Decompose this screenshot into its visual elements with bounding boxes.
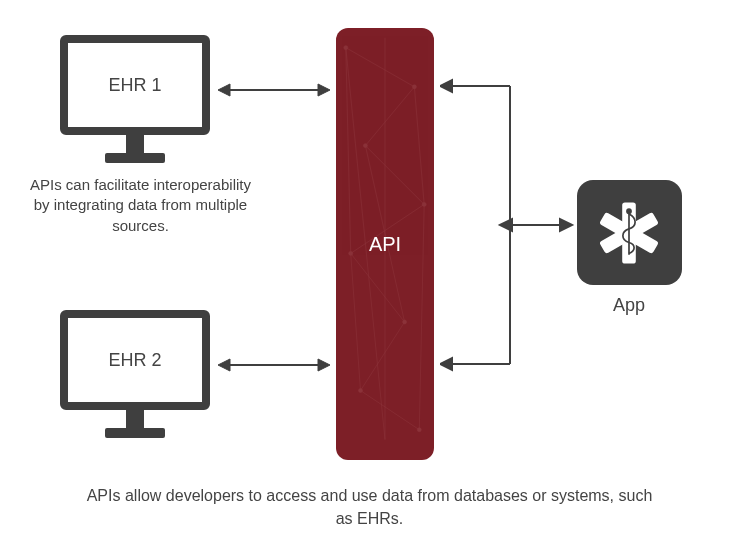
- svg-line-1: [365, 87, 414, 146]
- svg-line-0: [346, 48, 415, 87]
- svg-marker-32: [318, 359, 330, 371]
- monitor-stand-icon: [126, 410, 144, 428]
- svg-line-6: [360, 391, 419, 430]
- arrow-ehr2-api: [218, 355, 330, 375]
- svg-marker-39: [560, 219, 572, 231]
- diagram-canvas: EHR 1 EHR 2 APIs can facilitate interope…: [0, 0, 739, 552]
- svg-line-8: [346, 48, 351, 254]
- api-label: API: [369, 233, 401, 256]
- svg-point-14: [344, 46, 348, 50]
- app-label: App: [569, 295, 689, 316]
- svg-point-15: [412, 85, 416, 89]
- svg-point-20: [359, 389, 363, 393]
- app-tile: [577, 180, 682, 285]
- svg-line-4: [351, 253, 405, 322]
- monitor-stand-icon: [126, 135, 144, 153]
- svg-line-2: [365, 146, 424, 205]
- monitor-icon: EHR 2: [60, 310, 210, 410]
- arrow-api-app: [440, 70, 580, 380]
- svg-marker-34: [440, 80, 452, 92]
- ehr1-monitor: EHR 1: [60, 35, 210, 163]
- arrow-ehr1-api: [218, 80, 330, 100]
- interoperability-caption: APIs can facilitate interoperability by …: [28, 175, 253, 236]
- bottom-caption: APIs allow developers to access and use …: [0, 485, 739, 530]
- svg-point-21: [417, 428, 421, 432]
- monitor-base-icon: [105, 428, 165, 438]
- svg-point-19: [403, 320, 407, 324]
- svg-point-17: [422, 202, 426, 206]
- star-of-life-icon: [595, 199, 663, 267]
- svg-line-11: [351, 253, 361, 390]
- svg-marker-29: [318, 84, 330, 96]
- svg-line-12: [419, 204, 424, 429]
- ehr1-label: EHR 1: [108, 75, 161, 96]
- svg-line-9: [414, 87, 424, 205]
- svg-marker-31: [218, 359, 230, 371]
- app-block: App: [569, 180, 689, 316]
- monitor-icon: EHR 1: [60, 35, 210, 135]
- svg-marker-37: [440, 358, 452, 370]
- svg-point-18: [349, 251, 353, 255]
- monitor-base-icon: [105, 153, 165, 163]
- svg-marker-28: [218, 84, 230, 96]
- ehr2-monitor: EHR 2: [60, 310, 210, 438]
- svg-marker-40: [500, 219, 512, 231]
- ehr2-label: EHR 2: [108, 350, 161, 371]
- svg-point-16: [363, 144, 367, 148]
- svg-point-26: [627, 209, 631, 213]
- svg-line-5: [360, 322, 404, 391]
- api-block: API: [336, 28, 434, 460]
